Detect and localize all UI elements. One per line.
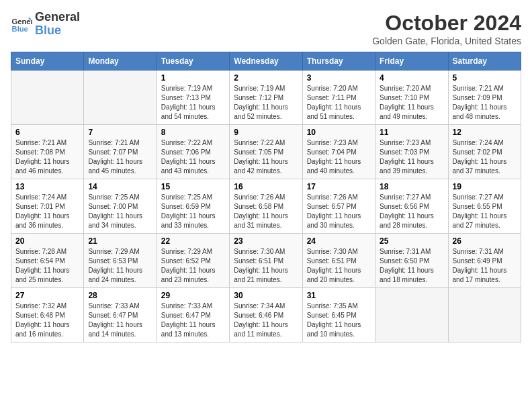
week-row-2: 13Sunrise: 7:24 AM Sunset: 7:01 PM Dayli…: [11, 179, 521, 234]
logo: General Blue General Blue: [11, 11, 80, 38]
day-cell: 24Sunrise: 7:30 AM Sunset: 6:51 PM Dayli…: [302, 234, 375, 288]
day-number: 28: [88, 291, 152, 300]
day-info: Sunrise: 7:24 AM Sunset: 7:02 PM Dayligh…: [453, 138, 517, 176]
day-number: 5: [453, 73, 517, 83]
day-cell: 14Sunrise: 7:25 AM Sunset: 7:00 PM Dayli…: [84, 179, 157, 234]
day-number: 1: [161, 73, 225, 83]
day-cell: 2Sunrise: 7:19 AM Sunset: 7:12 PM Daylig…: [230, 71, 302, 125]
header-row: SundayMondayTuesdayWednesdayThursdayFrid…: [11, 52, 521, 71]
title-area: October 2024 Golden Gate, Florida, Unite…: [372, 11, 521, 46]
day-cell: 4Sunrise: 7:20 AM Sunset: 7:10 PM Daylig…: [375, 71, 448, 125]
day-info: Sunrise: 7:30 AM Sunset: 6:51 PM Dayligh…: [234, 247, 298, 285]
day-info: Sunrise: 7:20 AM Sunset: 7:10 PM Dayligh…: [380, 84, 443, 122]
logo-icon: General Blue: [11, 13, 32, 35]
day-number: 4: [380, 73, 443, 83]
day-cell: 30Sunrise: 7:34 AM Sunset: 6:46 PM Dayli…: [230, 288, 302, 342]
day-info: Sunrise: 7:22 AM Sunset: 7:05 PM Dayligh…: [234, 138, 298, 176]
day-info: Sunrise: 7:21 AM Sunset: 7:07 PM Dayligh…: [88, 138, 152, 176]
header-cell-monday: Monday: [84, 52, 157, 71]
day-cell: 9Sunrise: 7:22 AM Sunset: 7:05 PM Daylig…: [230, 125, 302, 179]
day-info: Sunrise: 7:25 AM Sunset: 7:00 PM Dayligh…: [88, 193, 152, 230]
day-info: Sunrise: 7:26 AM Sunset: 6:58 PM Dayligh…: [234, 193, 298, 230]
day-info: Sunrise: 7:22 AM Sunset: 7:06 PM Dayligh…: [161, 138, 225, 176]
day-info: Sunrise: 7:35 AM Sunset: 6:45 PM Dayligh…: [307, 302, 371, 339]
day-number: 23: [234, 236, 298, 246]
day-cell: [375, 288, 448, 342]
day-cell: 18Sunrise: 7:27 AM Sunset: 6:56 PM Dayli…: [375, 179, 448, 234]
day-info: Sunrise: 7:29 AM Sunset: 6:52 PM Dayligh…: [161, 247, 225, 285]
day-cell: 26Sunrise: 7:31 AM Sunset: 6:49 PM Dayli…: [448, 234, 521, 288]
day-cell: 19Sunrise: 7:27 AM Sunset: 6:55 PM Dayli…: [448, 179, 521, 234]
day-cell: 8Sunrise: 7:22 AM Sunset: 7:06 PM Daylig…: [157, 125, 229, 179]
day-cell: 6Sunrise: 7:21 AM Sunset: 7:08 PM Daylig…: [11, 125, 84, 179]
day-cell: [84, 71, 157, 125]
day-cell: [11, 71, 84, 125]
header-cell-friday: Friday: [375, 52, 448, 71]
day-cell: 17Sunrise: 7:26 AM Sunset: 6:57 PM Dayli…: [302, 179, 375, 234]
day-cell: 21Sunrise: 7:29 AM Sunset: 6:53 PM Dayli…: [84, 234, 157, 288]
day-info: Sunrise: 7:24 AM Sunset: 7:01 PM Dayligh…: [15, 193, 79, 230]
day-info: Sunrise: 7:23 AM Sunset: 7:04 PM Dayligh…: [307, 138, 371, 176]
day-number: 6: [15, 128, 79, 137]
svg-text:Blue: Blue: [12, 25, 28, 33]
day-cell: 27Sunrise: 7:32 AM Sunset: 6:48 PM Dayli…: [11, 288, 84, 342]
day-cell: 31Sunrise: 7:35 AM Sunset: 6:45 PM Dayli…: [302, 288, 375, 342]
day-cell: 12Sunrise: 7:24 AM Sunset: 7:02 PM Dayli…: [448, 125, 521, 179]
day-info: Sunrise: 7:31 AM Sunset: 6:50 PM Dayligh…: [380, 247, 443, 285]
week-row-4: 27Sunrise: 7:32 AM Sunset: 6:48 PM Dayli…: [11, 288, 521, 342]
day-number: 24: [307, 236, 371, 246]
day-info: Sunrise: 7:20 AM Sunset: 7:11 PM Dayligh…: [307, 84, 371, 122]
header-cell-tuesday: Tuesday: [157, 52, 229, 71]
day-cell: 11Sunrise: 7:23 AM Sunset: 7:03 PM Dayli…: [375, 125, 448, 179]
day-info: Sunrise: 7:33 AM Sunset: 6:47 PM Dayligh…: [161, 302, 225, 339]
day-number: 30: [234, 291, 298, 300]
header-cell-thursday: Thursday: [302, 52, 375, 71]
day-cell: 3Sunrise: 7:20 AM Sunset: 7:11 PM Daylig…: [302, 71, 375, 125]
day-number: 19: [453, 182, 517, 191]
week-row-0: 1Sunrise: 7:19 AM Sunset: 7:13 PM Daylig…: [11, 71, 521, 125]
day-number: 27: [15, 291, 79, 300]
day-info: Sunrise: 7:28 AM Sunset: 6:54 PM Dayligh…: [15, 247, 79, 285]
header-cell-wednesday: Wednesday: [230, 52, 302, 71]
day-info: Sunrise: 7:21 AM Sunset: 7:09 PM Dayligh…: [453, 84, 517, 122]
calendar-table: SundayMondayTuesdayWednesdayThursdayFrid…: [11, 52, 521, 342]
day-cell: 23Sunrise: 7:30 AM Sunset: 6:51 PM Dayli…: [230, 234, 302, 288]
day-cell: 5Sunrise: 7:21 AM Sunset: 7:09 PM Daylig…: [448, 71, 521, 125]
day-info: Sunrise: 7:25 AM Sunset: 6:59 PM Dayligh…: [161, 193, 225, 230]
day-cell: 7Sunrise: 7:21 AM Sunset: 7:07 PM Daylig…: [84, 125, 157, 179]
day-cell: 15Sunrise: 7:25 AM Sunset: 6:59 PM Dayli…: [157, 179, 229, 234]
day-info: Sunrise: 7:23 AM Sunset: 7:03 PM Dayligh…: [380, 138, 443, 176]
logo-name-blue: Blue: [35, 24, 80, 38]
day-info: Sunrise: 7:34 AM Sunset: 6:46 PM Dayligh…: [234, 302, 298, 339]
day-info: Sunrise: 7:19 AM Sunset: 7:13 PM Dayligh…: [161, 84, 225, 122]
day-number: 10: [307, 128, 371, 137]
day-number: 14: [88, 182, 152, 191]
day-number: 2: [234, 73, 298, 83]
calendar-body: 1Sunrise: 7:19 AM Sunset: 7:13 PM Daylig…: [11, 71, 521, 342]
day-info: Sunrise: 7:27 AM Sunset: 6:55 PM Dayligh…: [453, 193, 517, 230]
logo-name-general: General: [35, 11, 80, 24]
day-cell: 22Sunrise: 7:29 AM Sunset: 6:52 PM Dayli…: [157, 234, 229, 288]
week-row-3: 20Sunrise: 7:28 AM Sunset: 6:54 PM Dayli…: [11, 234, 521, 288]
day-info: Sunrise: 7:21 AM Sunset: 7:08 PM Dayligh…: [15, 138, 79, 176]
day-number: 15: [161, 182, 225, 191]
day-number: 20: [15, 236, 79, 246]
day-number: 3: [307, 73, 371, 83]
day-info: Sunrise: 7:19 AM Sunset: 7:12 PM Dayligh…: [234, 84, 298, 122]
day-number: 11: [380, 128, 443, 137]
day-number: 22: [161, 236, 225, 246]
day-number: 13: [15, 182, 79, 191]
day-info: Sunrise: 7:31 AM Sunset: 6:49 PM Dayligh…: [453, 247, 517, 285]
day-number: 17: [307, 182, 371, 191]
day-number: 21: [88, 236, 152, 246]
day-info: Sunrise: 7:30 AM Sunset: 6:51 PM Dayligh…: [307, 247, 371, 285]
day-info: Sunrise: 7:32 AM Sunset: 6:48 PM Dayligh…: [15, 302, 79, 339]
day-number: 31: [307, 291, 371, 300]
week-row-1: 6Sunrise: 7:21 AM Sunset: 7:08 PM Daylig…: [11, 125, 521, 179]
day-number: 25: [380, 236, 443, 246]
day-cell: 20Sunrise: 7:28 AM Sunset: 6:54 PM Dayli…: [11, 234, 84, 288]
day-number: 16: [234, 182, 298, 191]
day-cell: 29Sunrise: 7:33 AM Sunset: 6:47 PM Dayli…: [157, 288, 229, 342]
day-number: 9: [234, 128, 298, 137]
day-cell: 28Sunrise: 7:33 AM Sunset: 6:47 PM Dayli…: [84, 288, 157, 342]
